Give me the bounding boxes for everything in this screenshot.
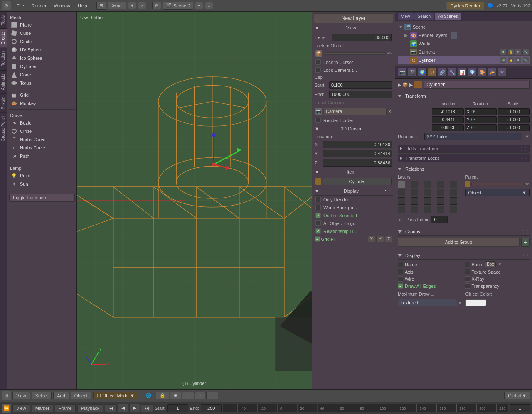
lock-cursor-cb[interactable] [315,59,321,65]
select-btn[interactable]: Select [32,392,52,399]
lock-cursor-row[interactable]: Lock to Cursor [314,58,393,66]
scale-y-field[interactable]: : 1.000 [498,116,530,123]
props-particle-btn[interactable]: ✨ [488,68,497,77]
tree-camera[interactable]: 📷 Camera 👁 🔒 🖱 🔧 [398,48,530,56]
tree-world[interactable]: 🌍 World [398,39,530,48]
btn-nurbs-circle[interactable]: ○ Nurbs Circle [9,144,75,152]
world-bg-row[interactable]: World Backgro... [314,203,393,211]
tree-scene[interactable]: ▼ 🎬 Scene [398,23,530,31]
menu-help[interactable]: Help [74,2,91,9]
add-btn[interactable]: Add [53,392,69,399]
props-object-btn[interactable]: ⬡ [428,68,437,77]
layer-14-btn[interactable] [437,197,444,205]
cursor-x-field[interactable]: -0.10186 [323,141,392,148]
boun-box-select[interactable]: Box [485,261,496,267]
btn-grid[interactable]: ▦ Grid [9,91,75,99]
btn-bezier[interactable]: ∿ Bezier [9,119,75,127]
prop-edit-btn[interactable]: ○ [195,392,205,399]
cyl-extra-icon[interactable]: 🔧 [523,57,529,63]
tab-relation[interactable]: Relation [0,48,7,70]
display-alledges-cb[interactable] [398,283,403,289]
display-props-header[interactable]: Display ⋮⋮ [398,252,530,260]
relations-header[interactable]: Relations ⋮⋮ [398,165,530,173]
cycles-render-btn[interactable]: Cycles Render [446,2,484,10]
layer-17-btn[interactable] [411,206,418,213]
view-section-header[interactable]: ▼ View ⋮⋮ [314,23,393,32]
layer-btn-bottom[interactable]: ⋮ [206,392,218,399]
parent-pencil-icon[interactable]: ✏ [525,181,530,187]
cursor-section-header[interactable]: ▼ 3D Cursor ⋮⋮ [314,124,393,133]
cam-lock-icon[interactable]: 🖱 [515,49,521,55]
layer-2-btn[interactable] [411,181,418,188]
cursor-z-field[interactable]: 0.88436 [323,159,392,167]
rot-y-val[interactable]: 0° [471,118,475,122]
only-render-cb[interactable] [315,197,321,202]
jump-start-btn[interactable]: ⏮ [105,404,117,412]
layer-7-btn[interactable] [411,189,418,196]
item-section-header[interactable]: ▼ Item ⋮⋮ [314,167,393,176]
cursor-y-field[interactable]: -0.44414 [323,150,392,157]
btn-cylinder[interactable]: Cylinder [9,62,75,71]
tab-physics[interactable]: Physic [0,93,7,113]
clip-start-field[interactable]: 0.100 [329,81,392,89]
props-modifier-btn[interactable]: 🔧 [448,68,457,77]
props-scene-btn[interactable]: 🎬 [408,68,417,77]
display-transp-cb[interactable] [465,283,470,289]
add-scene-btn[interactable]: + [195,2,203,9]
object-select[interactable]: Object ▼ [466,189,530,196]
y-btn[interactable]: Y [376,236,384,242]
display-texture-cb[interactable] [465,269,470,274]
layer-20-btn[interactable] [450,206,457,213]
cyl-render-icon[interactable]: 🔒 [508,57,514,63]
btn-sun[interactable]: ☀ Sun [9,180,75,188]
display-wire-cb[interactable] [398,276,403,282]
end-frame-field[interactable]: 250 [201,404,222,412]
workspace-name[interactable]: Default [108,2,127,9]
current-frame-field[interactable]: 1 [510,404,530,412]
btn-circle-curve[interactable]: Circle [9,127,75,135]
relationship-row[interactable]: Relationship Li... [314,227,393,235]
tab-tools[interactable]: Tools [0,12,7,28]
cam-extra-icon[interactable]: 🔧 [523,49,529,55]
tl-frame-btn[interactable]: Frame [55,404,76,412]
btn-point[interactable]: 💡 Point [9,171,75,180]
tab-create[interactable]: Create [0,28,7,48]
remove-scene-btn[interactable]: × [205,2,213,9]
lens-field[interactable]: 35.000 [332,34,392,41]
loc-z-field[interactable]: 0.8843 [432,124,464,131]
layer-8-btn[interactable] [424,189,431,196]
rotation-mode-select[interactable]: XYZ Euler [424,133,522,140]
pass-index-field[interactable]: 0 [431,216,448,223]
x-btn[interactable]: X [368,236,376,242]
tl-view-btn[interactable]: View [12,404,30,412]
layer-15-btn[interactable] [450,197,457,205]
start-frame-field[interactable]: 1 [167,404,188,412]
layout-btn[interactable]: ⊟ [152,2,161,9]
global-btn[interactable]: 🌐 [142,392,155,399]
tab-view[interactable]: View [398,13,414,20]
camera-field[interactable]: Camera [324,108,387,115]
rot-z-val[interactable]: 0° [471,125,475,130]
menu-window[interactable]: Window [51,2,74,9]
display-boun-cb[interactable] [465,262,470,267]
grid-fl-cb[interactable] [315,236,320,242]
props-material-btn[interactable]: 💎 [468,68,477,77]
btn-cube[interactable]: Cube [9,29,75,37]
add-group-plus-btn[interactable]: + [521,238,530,247]
menu-file[interactable]: File [13,2,27,9]
transform-locks-header[interactable]: Transform Locks ⋮⋮ [398,154,529,162]
play-btn[interactable]: ▶ [129,404,140,412]
add-workspace-btn[interactable]: + [128,2,136,9]
global-select[interactable]: Global ▼ [504,392,530,399]
cam-eye-icon[interactable]: 👁 [500,49,506,55]
props-data-btn[interactable]: 📊 [458,68,467,77]
props-texture-btn[interactable]: 🎨 [478,68,487,77]
camera-close-icon[interactable]: × [388,108,392,115]
props-world-btn[interactable]: 🌍 [418,68,427,77]
scale-x-field[interactable]: : 1.000 [498,108,530,115]
viewport[interactable]: User Ortho [77,12,312,389]
groups-header[interactable]: Groups ⋮⋮ [398,228,530,236]
layer-19-btn[interactable] [437,206,444,213]
display-name-cb[interactable] [398,262,403,267]
loc-x-field[interactable]: -0.1018 [432,108,464,115]
